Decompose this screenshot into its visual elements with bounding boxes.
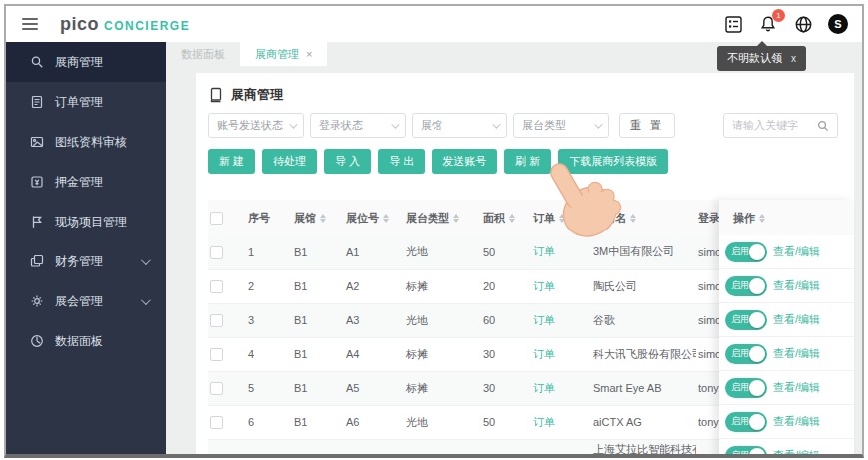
sort-icon[interactable] (453, 214, 459, 223)
sidebar-item[interactable]: 展会管理 (6, 281, 166, 321)
toggle-label: 启用 (731, 245, 749, 258)
enable-toggle[interactable]: 启用 (725, 310, 767, 330)
row-checkbox[interactable] (210, 382, 223, 395)
tooltip-close-icon[interactable]: x (791, 53, 796, 64)
sidebar-item[interactable]: 押金管理 (6, 162, 166, 202)
cell-booth: A5 (344, 371, 404, 405)
view-edit-link[interactable]: 查看/编辑 (773, 244, 820, 259)
cell-index: 6 (246, 405, 292, 439)
search-placeholder: 请输入关键字 (732, 118, 798, 133)
sidebar-item[interactable]: 现场项目管理 (6, 202, 166, 241)
main-area: 数据面板 展商管理 × 展商管理 账号发送状态 登录状态 (166, 42, 862, 454)
notification-bell-icon[interactable]: 1 (758, 14, 778, 34)
reset-button[interactable]: 重 置 (619, 113, 675, 138)
operation-row: 启用查看/编辑 (719, 439, 854, 454)
order-link[interactable]: 订单 (533, 382, 555, 394)
export-button[interactable]: 导 出 (378, 149, 425, 174)
filter-account-send-status[interactable]: 账号发送状态 (208, 113, 304, 138)
sort-icon[interactable] (559, 214, 565, 223)
cell-booth: A6 (344, 405, 404, 439)
cell-exhibitor-name: 科大讯飞股份有限公司 (591, 337, 696, 371)
view-edit-link[interactable]: 查看/编辑 (773, 414, 820, 429)
col-order: 订单 (533, 212, 555, 224)
enable-toggle[interactable]: 启用 (725, 446, 767, 455)
select-placeholder: 展台类型 (522, 118, 566, 133)
sidebar-item[interactable]: 展商管理 (6, 42, 166, 82)
view-edit-link[interactable]: 查看/编辑 (773, 448, 820, 454)
sidebar-item[interactable]: 订单管理 (6, 82, 166, 122)
operation-row: 启用查看/编辑 (719, 235, 854, 269)
language-globe-icon[interactable] (793, 14, 813, 34)
sort-icon[interactable] (759, 214, 765, 223)
cell-type: 标摊 (404, 337, 481, 371)
sort-icon[interactable] (320, 214, 326, 223)
sidebar-item[interactable]: 图纸资料审核 (6, 122, 166, 162)
cell-index: 2 (246, 269, 292, 303)
sort-icon[interactable] (630, 214, 636, 223)
sidebar-item[interactable]: 财务管理 (6, 241, 166, 281)
exhibitor-icon (30, 55, 44, 69)
tab-dashboard[interactable]: 数据面板 (166, 42, 240, 66)
enable-toggle[interactable]: 启用 (725, 412, 767, 432)
operation-header: 操作 (719, 200, 854, 235)
notification-badge: 1 (772, 9, 785, 22)
enable-toggle[interactable]: 启用 (725, 344, 767, 364)
row-checkbox[interactable] (210, 280, 223, 293)
col-booth: 展位号 (346, 212, 379, 224)
user-avatar[interactable]: S (828, 14, 848, 34)
cell-booth: A3 (344, 303, 404, 337)
view-edit-link[interactable]: 查看/编辑 (773, 380, 820, 395)
sidebar-item[interactable]: 数据面板 (6, 321, 166, 361)
filter-hall[interactable]: 展馆 (412, 113, 507, 138)
cell-type: 光地 (404, 303, 481, 337)
row-checkbox[interactable] (210, 246, 223, 259)
cell-area: 20 (481, 269, 531, 303)
cell-index: 4 (246, 337, 292, 371)
search-icon (817, 120, 829, 132)
chevron-down-icon (391, 120, 399, 128)
toggle-knob (749, 244, 765, 260)
select-all-checkbox[interactable] (210, 212, 223, 225)
enable-toggle[interactable]: 启用 (725, 378, 767, 398)
keyword-search-input[interactable]: 请输入关键字 (723, 113, 838, 138)
hamburger-menu-icon[interactable] (22, 15, 38, 33)
order-link[interactable]: 订单 (533, 245, 555, 257)
cell-exhibitor-name: 陶氏公司 (591, 269, 696, 303)
filter-login-status[interactable]: 登录状态 (310, 113, 406, 138)
view-edit-link[interactable]: 查看/编辑 (773, 278, 820, 293)
sort-icon[interactable] (509, 214, 515, 223)
new-button[interactable]: 新 建 (208, 149, 255, 174)
chevron-down-icon (492, 120, 500, 128)
send-account-button[interactable]: 发送账号 (432, 149, 497, 174)
import-button[interactable]: 导 入 (324, 149, 371, 174)
pending-button[interactable]: 待处理 (262, 149, 317, 174)
enable-toggle[interactable]: 启用 (725, 242, 767, 262)
order-link[interactable]: 订单 (533, 348, 555, 360)
tab-close-icon[interactable]: × (306, 48, 312, 60)
order-link[interactable]: 订单 (533, 280, 555, 292)
sidebar-item-label: 财务管理 (55, 253, 103, 270)
cell-type: 光地 (404, 405, 481, 439)
order-link[interactable]: 订单 (533, 416, 555, 428)
col-booth-type: 展台类型 (406, 212, 449, 224)
toggle-knob (749, 448, 765, 455)
row-checkbox[interactable] (210, 416, 223, 429)
col-hall: 展馆 (294, 212, 316, 224)
enable-toggle[interactable]: 启用 (725, 276, 767, 296)
claim-form-icon[interactable] (723, 14, 743, 34)
sort-icon[interactable] (383, 214, 389, 223)
exhibition-icon (30, 294, 44, 308)
refresh-button[interactable]: 刷 新 (504, 149, 551, 174)
tab-exhibitor-management[interactable]: 展商管理 × (240, 42, 327, 66)
view-edit-link[interactable]: 查看/编辑 (773, 312, 820, 327)
filter-booth-type[interactable]: 展台类型 (513, 113, 609, 138)
content-card: 展商管理 账号发送状态 登录状态 展馆 展台类型 重 置 (196, 73, 854, 454)
sidebar-item-label: 押金管理 (55, 174, 103, 191)
download-template-button[interactable]: 下载展商列表模版 (558, 149, 668, 174)
view-edit-link[interactable]: 查看/编辑 (773, 346, 820, 361)
toggle-knob (749, 414, 765, 430)
logo-pico: pico (60, 14, 99, 35)
order-link[interactable]: 订单 (533, 314, 555, 326)
row-checkbox[interactable] (210, 314, 223, 327)
row-checkbox[interactable] (210, 348, 223, 361)
